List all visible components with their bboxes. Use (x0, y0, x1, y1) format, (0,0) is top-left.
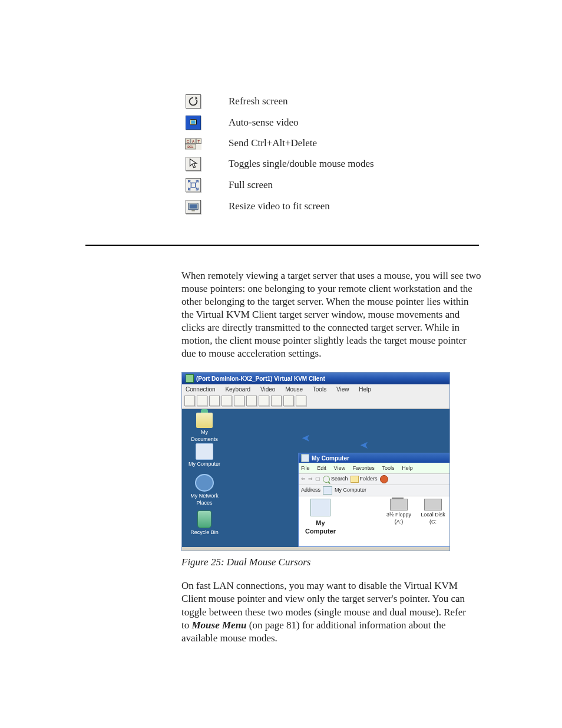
folders-button[interactable]: Folders (351, 476, 378, 483)
menu-item[interactable]: View (336, 386, 349, 393)
toolbar-button[interactable] (184, 396, 195, 406)
legend-label: Toggles single/double mouse modes (205, 157, 374, 178)
menu-item[interactable]: Edit (317, 465, 326, 471)
legend-label: Auto-sense video (205, 116, 374, 137)
address-label: Address (301, 487, 320, 494)
legend-row-fullscreen: Full screen (181, 178, 374, 199)
floppy-icon (390, 499, 408, 510)
remote-desktop: My Documents My Computer My Network Plac… (182, 409, 449, 547)
toolbar-button[interactable] (197, 396, 207, 406)
autosense-icon (186, 116, 201, 130)
desktop-icon-my-computer[interactable]: My Computer (187, 443, 222, 468)
up-button[interactable]: ▢ (315, 476, 320, 483)
mycomp-title: My Computer (312, 454, 349, 462)
desktop-icon-label: My Network Places (187, 493, 222, 506)
menu-item[interactable]: Video (260, 386, 275, 393)
section-divider (85, 245, 479, 246)
desktop-icon-recycle-bin[interactable]: Recycle Bin (187, 510, 222, 536)
legend-label: Full screen (205, 178, 374, 199)
toolbar-button[interactable] (234, 396, 244, 406)
kvm-client-window: (Port Dominion-KX2_Port1) Virtual KVM Cl… (181, 372, 450, 551)
legend-row-mouse-toggle: Toggles single/double mouse modes (181, 157, 374, 178)
intro-paragraph: When remotely viewing a target server th… (181, 269, 482, 361)
legend-row-cad: C A DEL T Send Ctrl+Alt+Delete (181, 137, 374, 157)
mycomp-menubar: File Edit View Favorites Tools Help (299, 463, 449, 474)
legend-row-resize-fit: Resize video to fit screen (181, 199, 374, 220)
toolbar-button[interactable] (283, 396, 294, 406)
svg-text:A: A (192, 140, 194, 143)
svg-text:T: T (198, 140, 200, 143)
menu-item[interactable]: Help (359, 386, 371, 393)
toolbar-button[interactable] (296, 396, 306, 406)
mycomp-body: My Computer 3½ Floppy (A:) Local Disk (C… (299, 496, 449, 547)
after-figure-paragraph: On fast LAN connections, you may want to… (181, 579, 476, 644)
figure-caption: Figure 25: Dual Mouse Cursors (181, 556, 449, 569)
desktop-icon-my-documents[interactable]: My Documents (187, 413, 222, 443)
mouse-toggle-icon (186, 157, 201, 171)
toolbar-icon-legend: Refresh screen Auto-sense video C A (181, 94, 374, 221)
kvm-menubar: Connection Keyboard Video Mouse Tools Vi… (182, 384, 449, 394)
menu-item[interactable]: Favorites (353, 465, 375, 471)
kvm-toolbar (182, 394, 449, 409)
menu-item[interactable]: Mouse (285, 386, 303, 393)
computer-icon (310, 499, 330, 516)
legend-row-refresh: Refresh screen (181, 94, 374, 116)
toolbar-button[interactable] (259, 396, 269, 406)
figure-dual-mouse-cursors: (Port Dominion-KX2_Port1) Virtual KVM Cl… (181, 372, 449, 645)
menu-item[interactable]: Tools (313, 386, 326, 393)
toolbar-button[interactable] (209, 396, 220, 406)
fullscreen-icon (186, 178, 201, 192)
desktop-icon-label: My Computer (187, 461, 222, 468)
desktop-icon-label: My Documents (187, 429, 222, 443)
mouse-menu-ref: Mouse Menu (191, 620, 246, 631)
menu-item[interactable]: File (301, 465, 310, 471)
hdd-icon (424, 499, 442, 510)
my-computer-window: My Computer File Edit View Favorites Too… (298, 453, 449, 547)
target-mouse-cursor: ➤ (362, 439, 369, 448)
computer-icon (301, 454, 309, 462)
drive-local-disk[interactable]: Local Disk (C: (419, 499, 447, 525)
window-title: (Port Dominion-KX2_Port1) Virtual KVM Cl… (196, 375, 325, 383)
mycomp-address-bar: Address My Computer (299, 485, 449, 496)
menu-item[interactable]: Connection (186, 386, 216, 393)
svg-rect-1 (191, 121, 195, 124)
desktop-icon-label: Recycle Bin (187, 529, 222, 536)
toolbar-button[interactable] (222, 396, 232, 406)
back-button[interactable]: ⇐ (301, 476, 306, 483)
menu-item[interactable]: Tools (382, 465, 395, 471)
forward-button[interactable]: ⇒ (308, 476, 313, 483)
history-button[interactable] (380, 475, 388, 483)
drive-label: Local Disk (C: (419, 512, 447, 525)
svg-rect-13 (191, 210, 195, 211)
toolbar-button[interactable] (246, 396, 257, 406)
mycomp-titlebar: My Computer (299, 453, 449, 463)
refresh-icon (186, 94, 201, 108)
svg-text:C: C (187, 140, 189, 143)
app-icon (186, 374, 194, 383)
legend-label: Refresh screen (205, 94, 374, 116)
legend-label: Send Ctrl+Alt+Delete (205, 137, 374, 157)
desktop-icon-my-network-places[interactable]: My Network Places (187, 474, 222, 506)
drive-label: 3½ Floppy (A:) (385, 512, 413, 525)
menu-item[interactable]: View (334, 465, 345, 471)
svg-text:DEL: DEL (187, 145, 193, 149)
resize-fit-icon (186, 200, 201, 214)
menu-item[interactable]: Help (402, 465, 413, 471)
svg-rect-10 (191, 183, 195, 187)
drive-floppy[interactable]: 3½ Floppy (A:) (385, 499, 413, 525)
client-mouse-cursor: ➤ (303, 431, 310, 441)
mycomp-toolbar: ⇐ ⇒ ▢ Search Folders (299, 474, 449, 485)
mycomp-heading: My Computer (301, 519, 340, 536)
search-button[interactable]: Search (323, 476, 348, 483)
window-titlebar: (Port Dominion-KX2_Port1) Virtual KVM Cl… (182, 373, 449, 384)
folder-icon (351, 476, 359, 483)
computer-icon (323, 486, 332, 495)
menu-item[interactable]: Keyboard (225, 386, 250, 393)
toolbar-button[interactable] (271, 396, 282, 406)
legend-label: Resize video to fit screen (205, 199, 374, 220)
search-icon (323, 476, 330, 483)
legend-row-autosense: Auto-sense video (181, 116, 374, 137)
address-value: My Computer (335, 487, 366, 494)
svg-rect-12 (190, 204, 197, 208)
cad-icon: C A DEL T (185, 138, 201, 150)
